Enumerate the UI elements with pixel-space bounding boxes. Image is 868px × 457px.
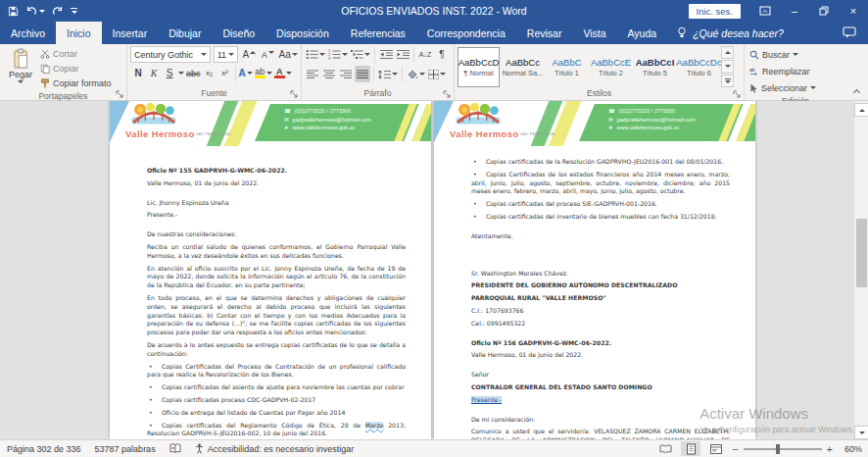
paragraph[interactable]: •Copias certificadas del Reglamento Códi… (147, 422, 406, 439)
superscript-button[interactable]: x² (217, 65, 233, 81)
ribbon-tab-dibujar[interactable]: Dibujar (158, 22, 212, 44)
paragraph[interactable]: En atención al oficio suscrito por el Li… (147, 265, 406, 290)
font-dialog-launcher-icon[interactable] (290, 90, 299, 99)
shading-button[interactable] (406, 66, 426, 82)
bullets-button[interactable] (305, 46, 326, 63)
underline-button[interactable]: S (162, 65, 177, 81)
styles-dialog-launcher-icon[interactable] (733, 90, 742, 99)
paragraph[interactable]: C.I.: 1707693766 (471, 307, 730, 316)
paragraph[interactable]: De mi consideración: (471, 416, 730, 425)
style-item-t-tulo-2[interactable]: AaBbCcETítulo 2 (590, 47, 632, 87)
strikethrough-button[interactable]: abc (185, 65, 202, 81)
paragraph[interactable]: •Copias certificadas de la Resolución GA… (471, 158, 730, 167)
align-right-button[interactable] (338, 66, 354, 82)
select-button[interactable]: Seleccionar (747, 80, 844, 95)
ribbon-tab-disposición[interactable]: Disposición (265, 22, 340, 44)
document-page-left[interactable]: Valle HermosoGAD PARROQUIAL ☎(02)2773220… (110, 101, 431, 439)
numbering-button[interactable]: 123 (327, 46, 349, 63)
ribbon-tab-referencias[interactable]: Referencias (340, 22, 416, 44)
justify-button[interactable] (355, 66, 370, 82)
paragraph[interactable]: Sr. Washington Morales Chávez. (471, 270, 730, 279)
paragraph[interactable]: •Copias certificadas del asiento de ajus… (147, 383, 406, 392)
paragraph[interactable]: Oficio Nº 156 GADPRVH-G-WMC-06-2022. (471, 339, 730, 348)
zoom-level[interactable]: 60% (839, 444, 862, 454)
show-paragraph-marks-button[interactable]: ¶ (434, 46, 450, 63)
read-mode-view-button[interactable] (655, 441, 675, 456)
paste-button[interactable]: Pegar (3, 46, 38, 90)
paragraph[interactable]: Oficio Nº 155 GADPRVH-G-WMC-06-2022. (147, 167, 406, 176)
increase-indent-button[interactable] (395, 46, 410, 63)
paragraph[interactable]: •Copias Certificadas de los estados fina… (471, 171, 730, 196)
ribbon-tab-inicio[interactable]: Inicio (56, 22, 102, 44)
paragraph[interactable]: CONTRALOR GENERAL DEL ESTADO SANTO DOMIN… (471, 383, 730, 392)
paragraph[interactable]: En todo proceso, en el que se determina … (147, 294, 406, 337)
paragraph[interactable]: •Oficio de entrega del listado de Cuenta… (147, 409, 406, 418)
paragraph[interactable]: Señor (471, 371, 730, 380)
paragraph[interactable]: Reciba un cordial saludo de quienes conf… (147, 243, 406, 261)
zoom-slider[interactable] (744, 448, 822, 450)
web-layout-view-button[interactable] (706, 441, 726, 456)
line-spacing-button[interactable] (377, 66, 399, 82)
ribbon-tab-insertar[interactable]: Insertar (102, 22, 159, 44)
scrollbar-thumb[interactable] (856, 219, 867, 287)
tell-me-box[interactable]: ¿Qué desea hacer? (667, 22, 794, 44)
decrease-indent-button[interactable] (378, 46, 394, 63)
align-center-button[interactable] (321, 66, 337, 82)
zoom-out-icon[interactable]: − (732, 444, 738, 454)
change-case-button[interactable]: Aa (278, 46, 298, 63)
highlight-button[interactable]: ab (254, 65, 273, 81)
spellcheck-marked-word[interactable]: Marzo (365, 422, 384, 429)
page-body-right[interactable]: •Copias certificadas de la Resolución GA… (434, 146, 755, 439)
minimize-icon[interactable]: – (780, 0, 809, 22)
ribbon-tab-ayuda[interactable]: Ayuda (617, 22, 668, 44)
grow-font-button[interactable]: A (241, 46, 257, 63)
document-page-right[interactable]: Valle HermosoGAD PARROQUIAL ☎(02)2773220… (434, 101, 755, 439)
font-color-button[interactable]: A (273, 65, 293, 81)
ribbon-tab-vista[interactable]: Vista (572, 22, 616, 44)
ribbon-tab-archivo[interactable]: Archivo (0, 22, 56, 44)
styles-scroll-up-icon[interactable] (721, 46, 734, 59)
style-item-t-tulo-1[interactable]: AaBbCTítulo 1 (546, 47, 588, 87)
font-name-combo[interactable]: Century Gothic (130, 46, 211, 63)
undo-icon[interactable] (25, 6, 45, 17)
font-size-combo[interactable]: 11 (214, 46, 239, 63)
paragraph[interactable]: De acuerdo a lo antes expuesto se entreg… (147, 341, 406, 359)
ribbon-tab-revisar[interactable]: Revisar (516, 22, 573, 44)
subscript-button[interactable]: x₂ (202, 65, 217, 81)
bold-button[interactable]: N (130, 65, 146, 81)
style-item--normal[interactable]: AaBbCcD¶ Normal (458, 47, 500, 87)
styles-more-icon[interactable] (721, 75, 734, 87)
page-body-left[interactable]: Oficio Nº 155 GADPRVH-G-WMC-06-2022.Vall… (110, 146, 431, 439)
format-painter-button[interactable]: Copiar formato (38, 76, 114, 90)
customize-qat-icon[interactable] (71, 8, 77, 15)
hyperlink-text[interactable]: Presente.- (471, 396, 502, 403)
close-icon[interactable]: × (839, 0, 868, 22)
shrink-font-button[interactable]: A (260, 46, 275, 63)
find-button[interactable]: Buscar (747, 47, 844, 62)
sign-in-button[interactable]: Inic. ses. (689, 4, 742, 19)
align-left-button[interactable] (305, 66, 320, 82)
borders-button[interactable] (427, 66, 447, 82)
scroll-down-icon[interactable] (854, 426, 868, 439)
word-count-indicator[interactable]: 53787 palabras (88, 440, 163, 457)
paragraph[interactable]: Cel.: 0991495322 (471, 320, 730, 329)
ribbon-tab-diseño[interactable]: Diseño (212, 22, 265, 44)
styles-scroll-down-icon[interactable] (721, 60, 734, 73)
clipboard-dialog-launcher-icon[interactable] (116, 90, 124, 99)
accessibility-status[interactable]: Accesibilidad: es necesario investigar (188, 440, 362, 457)
save-icon[interactable] (8, 6, 19, 17)
ribbon-tab-correspondencia[interactable]: Correspondencia (416, 22, 516, 44)
cut-button[interactable]: Cortar (38, 46, 114, 61)
paragraph[interactable]: Valle Hermoso, 01 de junio del 2022. (147, 179, 406, 188)
proofing-status-icon[interactable] (163, 440, 188, 457)
paragraph[interactable]: Lic. Jhonny Espinoza Ureña (147, 199, 406, 208)
paragraph[interactable]: •Copias Certificadas del Proceso de Cont… (147, 363, 406, 381)
collapse-ribbon-icon[interactable] (853, 89, 860, 96)
multilevel-list-button[interactable] (350, 46, 371, 63)
paragraph-dialog-launcher-icon[interactable] (443, 90, 452, 99)
paragraph[interactable]: Presente.- (147, 211, 406, 220)
page-number-indicator[interactable]: Página 302 de 336 (0, 440, 88, 457)
paragraph[interactable]: •Copias certificadas del proceso SIE-GAD… (471, 200, 730, 209)
zoom-slider-thumb[interactable] (776, 444, 780, 454)
ribbon-display-options-icon[interactable] (750, 0, 780, 22)
